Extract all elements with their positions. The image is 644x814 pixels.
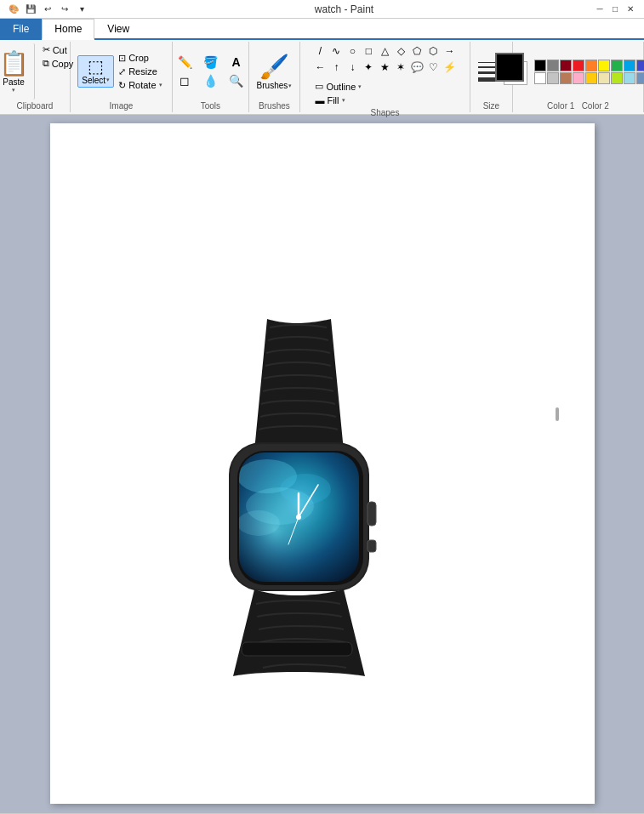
color-picker-button[interactable]: 💧 bbox=[198, 72, 222, 89]
fill-button[interactable]: 🪣 bbox=[198, 54, 222, 71]
color-group: Color 1 Color 2 bbox=[513, 42, 644, 112]
clipboard-content: 📋 Paste ▾ ✂ Cut ⧉ Copy bbox=[0, 43, 76, 100]
rotate-button[interactable]: ↻ Rotate ▾ bbox=[116, 79, 164, 92]
crop-icon: ⊡ bbox=[118, 53, 126, 64]
shape-callout[interactable]: 💬 bbox=[409, 60, 425, 75]
shape-triangle[interactable]: △ bbox=[377, 43, 392, 59]
shape-right-arrow[interactable]: → bbox=[442, 43, 457, 59]
undo-icon[interactable]: ↩ bbox=[41, 3, 54, 16]
shapes-group: / ∿ ○ □ △ ◇ ⬠ ⬡ → ← ↑ ↓ ✦ ★ ✶ 💬 ♡ ⚡ bbox=[300, 42, 470, 112]
title-bar-icons: 🎨 💾 ↩ ↪ ▾ bbox=[7, 3, 88, 16]
crop-label: Crop bbox=[128, 53, 149, 63]
color-indigo[interactable] bbox=[636, 60, 644, 71]
brushes-icon: 🖌️ bbox=[259, 53, 289, 81]
shape-hexagon[interactable]: ⬡ bbox=[425, 43, 441, 59]
tools-row-2: ◻ 💧 🔍 bbox=[173, 72, 248, 89]
text-button[interactable]: A bbox=[224, 54, 248, 71]
resize-button[interactable]: ⤢ Resize bbox=[116, 65, 164, 78]
window-title: watch - Paint bbox=[95, 3, 593, 15]
color-row-2 bbox=[534, 72, 644, 84]
color-red[interactable] bbox=[573, 60, 584, 71]
color1-swatch[interactable] bbox=[495, 53, 524, 82]
shape-left-arrow[interactable]: ← bbox=[312, 60, 328, 75]
tab-file[interactable]: File bbox=[0, 19, 42, 38]
shape-down-arrow[interactable]: ↓ bbox=[345, 60, 360, 75]
canvas-paper[interactable] bbox=[50, 123, 595, 804]
color-palette bbox=[534, 60, 644, 84]
dropdown-arrow-icon[interactable]: ▾ bbox=[75, 3, 88, 16]
svg-rect-14 bbox=[368, 502, 376, 526]
size-label: Size bbox=[483, 101, 499, 111]
maximize-icon[interactable]: □ bbox=[608, 3, 622, 16]
eraser-button[interactable]: ◻ bbox=[173, 72, 197, 89]
ribbon-tabs: File Home View bbox=[0, 19, 644, 40]
paste-button[interactable]: 📋 Paste ▾ bbox=[0, 43, 35, 100]
cut-icon: ✂ bbox=[43, 44, 50, 55]
shapes-content: / ∿ ○ □ △ ◇ ⬠ ⬡ → ← ↑ ↓ ✦ ★ ✶ 💬 ♡ ⚡ bbox=[312, 43, 457, 106]
minimize-icon[interactable]: ─ bbox=[593, 3, 607, 16]
color-green[interactable] bbox=[611, 60, 623, 71]
color-pink[interactable] bbox=[573, 72, 584, 84]
tab-home[interactable]: Home bbox=[42, 19, 94, 40]
shapes-label: Shapes bbox=[370, 108, 399, 117]
canvas-resize-handle[interactable] bbox=[556, 407, 559, 421]
copy-icon: ⧉ bbox=[43, 58, 49, 69]
shape-star6[interactable]: ✶ bbox=[393, 60, 408, 75]
save-icon[interactable]: 💾 bbox=[24, 3, 37, 16]
tab-view[interactable]: View bbox=[94, 19, 142, 38]
shape-rect[interactable]: □ bbox=[361, 43, 376, 59]
image-group: ⬚ Select ▾ ⊡ Crop ⤢ Resize ↻ Rotate bbox=[71, 42, 173, 112]
svg-point-9 bbox=[237, 510, 280, 536]
close-icon[interactable]: ✕ bbox=[624, 3, 637, 16]
fill-icon: 🪣 bbox=[203, 55, 218, 69]
ribbon: 📋 Paste ▾ ✂ Cut ⧉ Copy Clipboard ⬚ bbox=[0, 40, 644, 115]
shapes-grid: / ∿ ○ □ △ ◇ ⬠ ⬡ → ← ↑ ↓ ✦ ★ ✶ 💬 ♡ ⚡ bbox=[312, 43, 457, 75]
brushes-button[interactable]: 🖌️ Brushes ▾ bbox=[252, 46, 298, 97]
fill-shape-button[interactable]: ▬ Fill ▾ bbox=[312, 94, 364, 106]
brushes-dropdown-icon: ▾ bbox=[288, 83, 292, 89]
main-area bbox=[0, 115, 644, 813]
magnifier-button[interactable]: 🔍 bbox=[224, 72, 248, 89]
color-steel[interactable] bbox=[636, 72, 644, 84]
color-blue[interactable] bbox=[624, 60, 635, 71]
brushes-label: Brushes bbox=[259, 101, 290, 111]
color-darkred[interactable] bbox=[560, 60, 572, 71]
outline-button[interactable]: ▭ Outline ▾ bbox=[312, 80, 364, 93]
shape-lightning[interactable]: ⚡ bbox=[442, 60, 457, 75]
select-button[interactable]: ⬚ Select ▾ bbox=[77, 55, 114, 88]
clipboard-group: 📋 Paste ▾ ✂ Cut ⧉ Copy Clipboard bbox=[0, 42, 71, 112]
color-skyblue[interactable] bbox=[624, 72, 635, 84]
shape-diamond[interactable]: ◇ bbox=[393, 43, 408, 59]
resize-label: Resize bbox=[128, 66, 157, 77]
shape-pentagon[interactable]: ⬠ bbox=[409, 43, 425, 59]
outline-icon: ▭ bbox=[315, 81, 323, 92]
shape-line[interactable]: / bbox=[312, 43, 328, 59]
shape-up-arrow[interactable]: ↑ bbox=[328, 60, 344, 75]
color-white[interactable] bbox=[534, 72, 546, 84]
color-gray[interactable] bbox=[547, 60, 559, 71]
color-swatches-main bbox=[495, 53, 644, 90]
select-label: Select bbox=[82, 76, 105, 85]
color-cream[interactable] bbox=[598, 72, 610, 84]
paste-dropdown-icon: ▾ bbox=[12, 87, 15, 94]
color-yellow[interactable] bbox=[598, 60, 610, 71]
pencil-button[interactable]: ✏️ bbox=[173, 54, 197, 71]
fill-shape-label: Fill bbox=[327, 95, 339, 105]
color-lightgray[interactable] bbox=[547, 72, 559, 84]
redo-icon[interactable]: ↪ bbox=[58, 3, 71, 16]
shape-oval[interactable]: ○ bbox=[345, 43, 360, 59]
color-orange[interactable] bbox=[585, 60, 597, 71]
rotate-dropdown-icon: ▾ bbox=[159, 82, 162, 88]
canvas-area[interactable] bbox=[0, 115, 644, 813]
shape-star5[interactable]: ★ bbox=[377, 60, 392, 75]
color-preview-area bbox=[495, 53, 533, 90]
color-black[interactable] bbox=[534, 60, 546, 71]
shape-heart[interactable]: ♡ bbox=[425, 60, 441, 75]
color-gold[interactable] bbox=[585, 72, 597, 84]
shape-star4[interactable]: ✦ bbox=[361, 60, 376, 75]
color-brown[interactable] bbox=[560, 72, 572, 84]
crop-button[interactable]: ⊡ Crop bbox=[116, 52, 164, 65]
color-lime[interactable] bbox=[611, 72, 623, 84]
shape-curve[interactable]: ∿ bbox=[328, 43, 344, 59]
brushes-content: 🖌️ Brushes ▾ bbox=[252, 43, 298, 100]
